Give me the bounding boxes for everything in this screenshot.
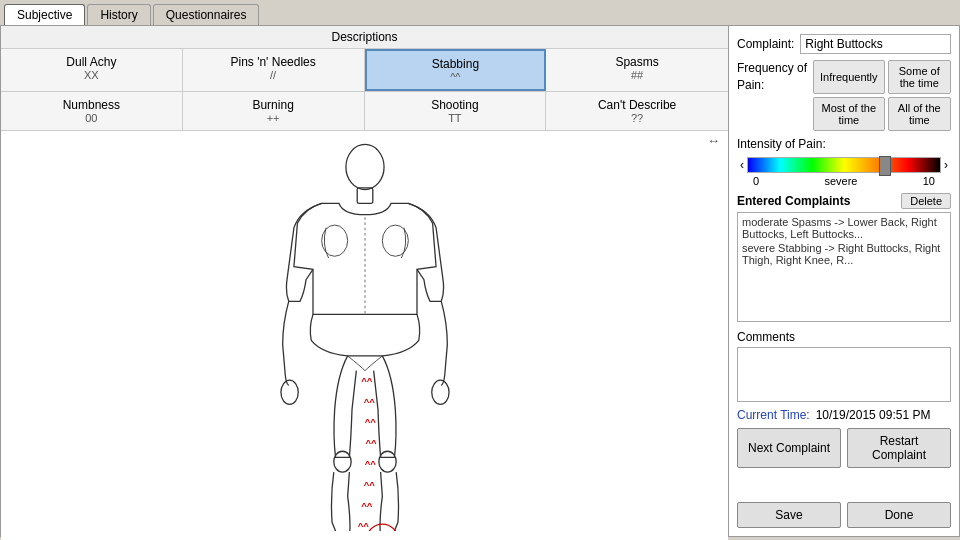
pain-types-row1: Dull Achy XX Pins 'n' Needles // Stabbin… <box>1 49 728 92</box>
pain-type-stabbing[interactable]: Stabbing ^^ <box>365 49 547 91</box>
descriptions-header: Descriptions <box>1 26 728 49</box>
body-diagram-area[interactable]: ↔ <box>1 131 728 540</box>
entered-complaints-header: Entered Complaints Delete <box>737 193 951 209</box>
svg-text:^^: ^^ <box>364 458 376 469</box>
complaint-label: Complaint: <box>737 37 794 51</box>
intensity-labels: 0 severe 10 <box>737 175 951 187</box>
complaint-entry-2: severe Stabbing -> Right Buttocks, Right… <box>740 241 948 267</box>
complaint-value: Right Buttocks <box>800 34 951 54</box>
complaint-entry-1: moderate Spasms -> Lower Back, Right But… <box>740 215 948 241</box>
pain-type-cant-describe[interactable]: Can't Describe ?? <box>546 92 728 130</box>
restart-complaint-button[interactable]: Restart Complaint <box>847 428 951 468</box>
intensity-slider-track[interactable]: ‹ › <box>737 155 951 175</box>
intensity-label: Intensity of Pain: <box>737 137 951 151</box>
tab-questionnaires[interactable]: Questionnaires <box>153 4 260 25</box>
svg-text:^^: ^^ <box>361 375 373 386</box>
svg-point-0 <box>345 144 383 189</box>
freq-btn-some-of-time[interactable]: Some of the time <box>888 60 951 94</box>
intensity-thumb[interactable] <box>879 156 891 176</box>
frequency-label: Frequency ofPain: <box>737 60 807 94</box>
intensity-max-label: 10 <box>923 175 935 187</box>
svg-point-2 <box>321 225 347 256</box>
freq-btn-most-of-time[interactable]: Most of the time <box>813 97 884 131</box>
comments-textarea[interactable] <box>737 347 951 402</box>
freq-btn-infrequently[interactable]: Infrequently <box>813 60 884 94</box>
flip-arrow: ↔ <box>707 133 720 148</box>
pain-type-burning[interactable]: Burning ++ <box>183 92 365 130</box>
svg-point-5 <box>280 380 297 404</box>
svg-text:^^: ^^ <box>363 396 375 407</box>
svg-text:^^: ^^ <box>361 500 373 511</box>
frequency-section: Frequency ofPain: Infrequently Some of t… <box>737 60 951 131</box>
pain-type-numbness[interactable]: Numbness 00 <box>1 92 183 130</box>
svg-point-3 <box>382 225 408 256</box>
comments-label: Comments <box>737 330 951 344</box>
intensity-mid-label: severe <box>824 175 857 187</box>
right-panel: Complaint: Right Buttocks Frequency ofPa… <box>729 26 959 536</box>
svg-text:^^: ^^ <box>364 416 376 427</box>
svg-point-7 <box>333 451 350 472</box>
pain-type-dull-achy[interactable]: Dull Achy XX <box>1 49 183 91</box>
current-time-row: Current Time: 10/19/2015 09:51 PM <box>737 408 951 422</box>
done-button[interactable]: Done <box>847 502 951 528</box>
action-buttons: Next Complaint Restart Complaint <box>737 428 951 468</box>
entered-complaints-section: Entered Complaints Delete moderate Spasm… <box>737 193 951 322</box>
complaints-list[interactable]: moderate Spasms -> Lower Back, Right But… <box>737 212 951 322</box>
next-complaint-button[interactable]: Next Complaint <box>737 428 841 468</box>
intensity-track[interactable] <box>747 157 941 173</box>
svg-point-19 <box>366 524 397 531</box>
current-time-label: Current Time: <box>737 408 810 422</box>
pain-type-pins-needles[interactable]: Pins 'n' Needles // <box>183 49 365 91</box>
intensity-section: Intensity of Pain: ‹ › 0 severe 10 <box>737 137 951 187</box>
svg-point-9 <box>378 451 395 472</box>
current-time-value: 10/19/2015 09:51 PM <box>816 408 931 422</box>
pain-type-shooting[interactable]: Shooting TT <box>365 92 547 130</box>
intensity-left-arrow[interactable]: ‹ <box>737 158 747 172</box>
tab-subjective[interactable]: Subjective <box>4 4 85 25</box>
svg-text:^^: ^^ <box>357 520 369 531</box>
bottom-buttons: Save Done <box>737 502 951 528</box>
comments-section: Comments <box>737 330 951 402</box>
freq-btn-all-of-time[interactable]: All of the time <box>888 97 951 131</box>
body-diagram[interactable]: ^^ ^^ ^^ ^^ ^^ ^^ ^^ ^^ <box>215 141 515 531</box>
intensity-right-arrow[interactable]: › <box>941 158 951 172</box>
delete-button[interactable]: Delete <box>901 193 951 209</box>
frequency-buttons: Infrequently Some of the time Most of th… <box>813 60 951 131</box>
intensity-min-label: 0 <box>753 175 759 187</box>
svg-text:^^: ^^ <box>363 479 375 490</box>
svg-text:^^: ^^ <box>365 437 377 448</box>
pain-type-spasms[interactable]: Spasms ## <box>546 49 728 91</box>
entered-complaints-title: Entered Complaints <box>737 194 850 208</box>
tab-history[interactable]: History <box>87 4 150 25</box>
complaint-row: Complaint: Right Buttocks <box>737 34 951 54</box>
save-button[interactable]: Save <box>737 502 841 528</box>
svg-point-6 <box>431 380 448 404</box>
pain-types-row2: Numbness 00 Burning ++ Shooting TT Can't… <box>1 92 728 131</box>
